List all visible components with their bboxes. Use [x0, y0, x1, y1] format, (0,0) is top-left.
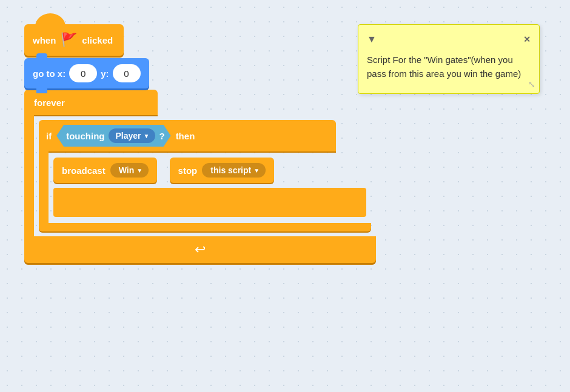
touching-block[interactable]: touching Player ▼ ?: [56, 125, 170, 147]
note-pin-icon: ▼: [367, 32, 377, 47]
forever-block-header: forever: [24, 90, 158, 115]
then-label: then: [176, 131, 195, 141]
note-text: Script For the "Win gates"(when you pass…: [367, 53, 531, 81]
broadcast-label: broadcast: [62, 165, 106, 176]
forever-label: forever: [34, 98, 65, 108]
go-to-xy-block[interactable]: go to x: 0 y: 0: [24, 58, 149, 88]
if-header: if touching Player ▼ ? then: [39, 120, 336, 151]
player-dropdown-arrow: ▼: [144, 133, 150, 139]
flag-icon: 🚩: [61, 32, 77, 48]
player-label: Player: [116, 131, 141, 141]
if-footer: [39, 223, 371, 231]
win-label: Win: [119, 165, 135, 175]
forever-left-bar: [24, 115, 34, 236]
stop-block[interactable]: stop this script ▼: [170, 158, 274, 183]
note-close-button[interactable]: ✕: [523, 33, 531, 46]
if-block: if touching Player ▼ ? then: [39, 120, 371, 231]
stop-label: stop: [178, 165, 198, 176]
note-resize-handle[interactable]: ⤡: [528, 78, 535, 91]
script-dropdown[interactable]: this script ▼: [202, 163, 266, 178]
if-label: if: [46, 131, 52, 141]
note-header: ▼ ✕: [367, 32, 531, 47]
script-label: this script: [210, 165, 251, 175]
forever-body: if touching Player ▼ ? then: [34, 115, 376, 236]
win-dropdown-arrow: ▼: [136, 167, 142, 174]
touching-label: touching: [66, 131, 104, 141]
win-dropdown[interactable]: Win ▼: [110, 163, 149, 178]
when-label: when: [33, 35, 56, 45]
empty-slot: [53, 188, 366, 217]
when-clicked-block[interactable]: when 🚩 clicked: [24, 24, 124, 56]
repeat-arrow-icon: ↩: [195, 242, 206, 257]
script-dropdown-arrow: ▼: [253, 167, 260, 174]
y-label: y:: [101, 68, 109, 79]
goto-label: go to x:: [33, 68, 65, 79]
question-mark: ?: [159, 131, 164, 141]
clicked-label: clicked: [82, 35, 113, 45]
forever-footer: ↩: [24, 236, 376, 263]
x-value[interactable]: 0: [69, 64, 97, 82]
player-dropdown[interactable]: Player ▼: [109, 128, 156, 143]
y-value[interactable]: 0: [113, 64, 141, 82]
note-block: ▼ ✕ Script For the "Win gates"(when you …: [358, 24, 540, 94]
broadcast-block[interactable]: broadcast Win ▼: [53, 158, 157, 183]
